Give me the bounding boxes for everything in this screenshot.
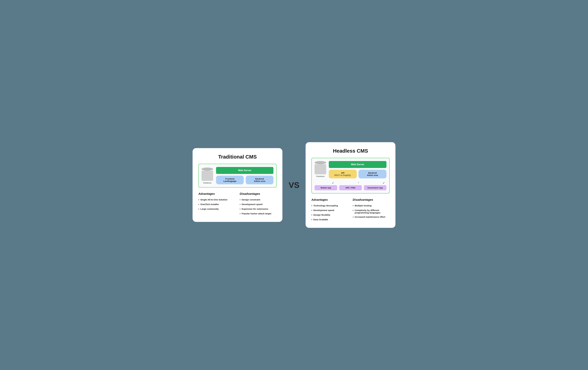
list-item: Design flexiblity <box>311 213 348 217</box>
db-top <box>201 168 213 171</box>
headless-sub-row: APIREST or GraphQL BackendAdmin area <box>329 170 387 178</box>
arrow-center: ↑ <box>358 181 359 184</box>
arrow-left: ↙ <box>332 181 334 184</box>
headless-database: Database <box>315 161 326 177</box>
traditional-advantages-list: Single All-In-One Solution OneClick Inst… <box>198 198 235 211</box>
traditional-db-label: Database <box>203 182 211 184</box>
db-body <box>201 171 213 181</box>
traditional-backend: BackendAdmin area <box>246 176 273 184</box>
traditional-advantages-col: Advantages Single All-In-One Solution On… <box>198 192 235 216</box>
headless-advantages-list: Technology decoupling Development speed … <box>311 203 348 222</box>
headless-disadvantages-heading: Disadvantages <box>353 198 390 201</box>
headless-web-server-btn: Web Server <box>329 161 387 168</box>
headless-arch-box: Database Web Server APIREST or GraphQL B… <box>311 158 390 193</box>
traditional-frontend: FrontendLandingpage <box>216 176 244 184</box>
traditional-disadvantages-col: Disadvantages Design constraint Developm… <box>240 192 277 216</box>
list-item: OneClick Installer <box>198 202 235 207</box>
headless-advantages-col: Advantages Technology decoupling Develop… <box>311 198 348 222</box>
list-item: Ease Scalable <box>311 217 348 222</box>
list-item: Single All-In-One Solution <box>198 198 235 202</box>
db-body <box>315 164 326 174</box>
list-item: Design constraint <box>240 198 277 202</box>
traditional-cms-card: Traditional CMS Database Web Server Fron… <box>193 148 283 222</box>
headless-inner-top: Database Web Server APIREST or GraphQL B… <box>315 161 387 178</box>
client-apps-row: Mobile App SPA / PWA Smartwatch App <box>315 185 387 190</box>
client-mobile: Mobile App <box>315 185 337 190</box>
headless-cms-card: Headless CMS Database Web Server APIREST… <box>305 142 395 228</box>
headless-backend-block: BackendAdmin area <box>358 170 387 178</box>
traditional-sub-components: FrontendLandingpage BackendAdmin area <box>216 176 273 184</box>
headless-api-block: APIREST or GraphQL <box>329 170 357 178</box>
headless-server-col: Web Server APIREST or GraphQL BackendAdm… <box>329 161 387 178</box>
list-item: Increased maintenance effort <box>353 215 390 219</box>
list-item: Popular hacker attack target <box>240 211 277 216</box>
arrows-row: ↙ ↑ ↙ <box>315 181 387 184</box>
traditional-bottom: Advantages Single All-In-One Solution On… <box>198 192 277 216</box>
headless-title: Headless CMS <box>311 148 390 154</box>
list-item: Technology decoupling <box>311 203 348 208</box>
list-item: Development speed <box>311 208 348 213</box>
headless-db-label: Database <box>316 175 325 177</box>
traditional-disadvantages-heading: Disadvantages <box>240 192 277 196</box>
headless-disadvantages-list: Multiple hosting Complexity by different… <box>353 203 390 219</box>
traditional-arch-box: Database Web Server FrontendLandingpage … <box>198 164 277 188</box>
traditional-disadvantages-list: Design constraint Development speed Expe… <box>240 198 277 216</box>
list-item: Expensive for extensions <box>240 207 277 211</box>
list-item: Multiple hosting <box>353 203 390 208</box>
list-item: Large community <box>198 207 235 211</box>
arrow-right: ↙ <box>383 181 385 184</box>
traditional-web-server-block: Web Server FrontendLandingpage BackendAd… <box>216 167 273 184</box>
main-container: Traditional CMS Database Web Server Fron… <box>193 142 395 228</box>
vs-label: VS <box>288 180 300 190</box>
headless-bottom: Advantages Technology decoupling Develop… <box>311 198 390 222</box>
client-spa: SPA / PWA <box>339 185 362 190</box>
traditional-web-server-btn: Web Server <box>216 167 273 174</box>
headless-disadvantages-col: Disadvantages Multiple hosting Complexit… <box>353 198 390 222</box>
db-top <box>315 161 326 164</box>
traditional-title: Traditional CMS <box>198 154 277 160</box>
traditional-database: Database <box>201 168 213 184</box>
headless-advantages-heading: Advantages <box>311 198 348 201</box>
client-smartwatch: Smartwatch App <box>364 185 387 190</box>
traditional-advantages-heading: Advantages <box>198 192 235 196</box>
list-item: Development speed <box>240 202 277 207</box>
list-item: Complexity by different programming lang… <box>353 208 390 215</box>
